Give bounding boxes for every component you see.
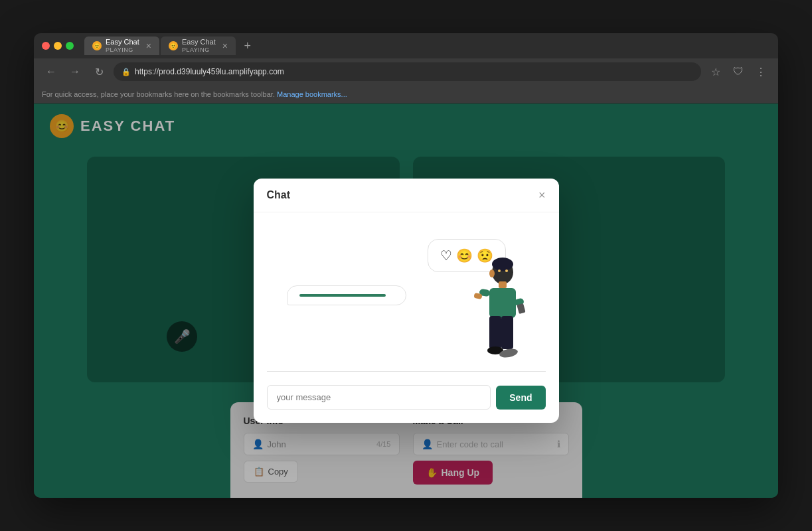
tab-favicon-2: 😊 [169, 41, 178, 50]
speech-bubble-left [287, 285, 406, 305]
svg-point-14 [489, 269, 495, 277]
nav-actions: ☆ 🛡 ⋮ [706, 62, 770, 81]
reload-button[interactable]: ↻ [90, 62, 108, 81]
bookmark-bar: For quick access, place your bookmarks h… [34, 85, 778, 104]
tab-name-1: Easy Chat [106, 38, 139, 46]
tab-name-2: Easy Chat [182, 38, 216, 46]
modal-body: ♡ 😊 😟 [254, 212, 559, 385]
page-content: 😊 EASY CHAT 🎤 User Info 👤 John 4/1 [34, 104, 778, 498]
extensions-button[interactable]: 🛡 [729, 62, 748, 81]
nav-bar: ← → ↻ 🔒 https://prod.d39luuly459lu.ampli… [34, 58, 778, 85]
back-button[interactable]: ← [42, 62, 60, 81]
bookmark-bar-text: For quick access, place your bookmarks h… [42, 90, 275, 98]
chat-illustration: ♡ 😊 😟 [267, 226, 546, 372]
bubble-line [299, 294, 386, 297]
svg-point-13 [505, 269, 508, 272]
send-button[interactable]: Send [496, 386, 545, 410]
tab-sub-1: PLAYING [106, 46, 139, 54]
tab-close-2[interactable]: × [222, 40, 228, 51]
person-figure [466, 252, 526, 372]
modal-input-area: Send [254, 385, 559, 423]
address-bar[interactable]: 🔒 https://prod.d39luuly459lu.amplifyapp.… [114, 62, 701, 81]
svg-rect-2 [499, 281, 507, 288]
minimize-button[interactable] [54, 42, 62, 50]
maximize-button[interactable] [66, 42, 74, 50]
illustration-divider [267, 371, 546, 372]
svg-point-1 [492, 258, 513, 271]
svg-point-12 [498, 269, 501, 272]
modal-title: Chat [267, 189, 291, 201]
traffic-lights [42, 42, 74, 50]
bookmark-star-button[interactable]: ☆ [706, 62, 725, 81]
modal-overlay[interactable]: Chat × ♡ 😊 😟 [34, 104, 778, 498]
title-bar: 😊 Easy Chat PLAYING × 😊 Easy Chat PLAYIN… [34, 33, 778, 58]
shield-icon: 🔒 [122, 68, 131, 76]
emoji-heart: ♡ [440, 248, 452, 264]
tab-easy-chat-1[interactable]: 😊 Easy Chat PLAYING × [84, 37, 159, 55]
chat-modal: Chat × ♡ 😊 😟 [254, 179, 559, 423]
message-input[interactable] [267, 385, 491, 410]
person-svg [466, 252, 526, 372]
modal-header: Chat × [254, 179, 559, 212]
tab-sub-2: PLAYING [182, 46, 216, 54]
svg-rect-7 [517, 303, 525, 314]
svg-rect-3 [489, 288, 516, 318]
svg-rect-9 [501, 316, 513, 349]
manage-bookmarks-link[interactable]: Manage bookmarks... [277, 90, 347, 98]
svg-rect-8 [489, 316, 501, 349]
tab-close-1[interactable]: × [146, 40, 151, 51]
close-button[interactable] [42, 42, 50, 50]
address-url: https://prod.d39luuly459lu.amplifyapp.co… [135, 67, 693, 76]
tabs-bar: 😊 Easy Chat PLAYING × 😊 Easy Chat PLAYIN… [84, 37, 770, 55]
tab-favicon-1: 😊 [92, 41, 102, 50]
address-security-icons: 🔒 [122, 68, 131, 76]
tab-easy-chat-2[interactable]: 😊 Easy Chat PLAYING × [161, 37, 236, 55]
new-tab-button[interactable]: + [240, 38, 256, 54]
modal-close-button[interactable]: × [538, 189, 546, 201]
menu-button[interactable]: ⋮ [752, 62, 770, 81]
forward-button[interactable]: → [66, 62, 84, 81]
